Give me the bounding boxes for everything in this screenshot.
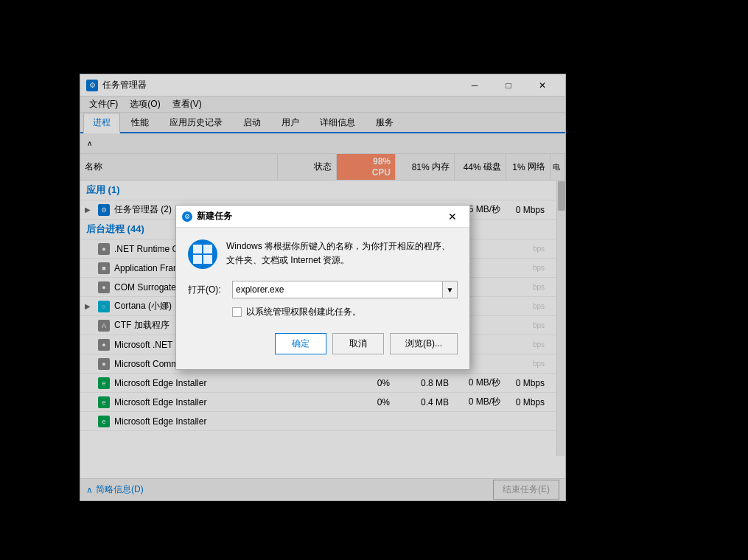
dialog-close-button[interactable]: ✕: [441, 206, 464, 228]
dialog-checkbox-row: 以系统管理权限创建此任务。: [188, 306, 458, 318]
dialog-open-row: 打开(O): ▼: [188, 281, 458, 298]
dialog-body: Windows 将根据你所键入的名称，为你打开相应的程序、 文件夹、文档或 In…: [176, 228, 469, 369]
dialog-open-label: 打开(O):: [188, 284, 232, 296]
dialog-command-input[interactable]: [233, 284, 442, 295]
admin-checkbox[interactable]: [232, 307, 242, 317]
dialog-dropdown-button[interactable]: ▼: [442, 281, 457, 298]
dialog-overlay: ⚙ 新建任务 ✕: [80, 74, 565, 500]
dialog-ok-button[interactable]: 确定: [275, 333, 326, 354]
dialog-system-icon: [188, 239, 217, 269]
svg-rect-1: [203, 245, 212, 253]
dialog-header: Windows 将根据你所键入的名称，为你打开相应的程序、 文件夹、文档或 In…: [188, 239, 458, 269]
dialog-cancel-button[interactable]: 取消: [332, 333, 384, 354]
dialog-browse-button[interactable]: 浏览(B)...: [390, 333, 458, 354]
svg-rect-3: [203, 255, 212, 264]
svg-rect-0: [193, 245, 202, 253]
dialog-footer: 确定 取消 浏览(B)...: [188, 333, 458, 357]
dialog-title-bar: ⚙ 新建任务 ✕: [176, 206, 469, 228]
dialog-description: Windows 将根据你所键入的名称，为你打开相应的程序、 文件夹、文档或 In…: [226, 239, 458, 267]
dialog-title: 新建任务: [197, 210, 441, 223]
svg-rect-2: [193, 255, 202, 264]
task-manager-window: ⚙ 任务管理器 ─ □ ✕ 文件(F) 选项(O) 查看(V) 进程 性能 应用…: [80, 74, 566, 501]
dialog-input-wrap: ▼: [232, 281, 458, 298]
desktop: ⚙ 任务管理器 ─ □ ✕ 文件(F) 选项(O) 查看(V) 进程 性能 应用…: [0, 0, 748, 560]
admin-checkbox-label: 以系统管理权限创建此任务。: [246, 306, 361, 318]
new-task-dialog: ⚙ 新建任务 ✕: [175, 205, 470, 370]
dialog-title-icon: ⚙: [182, 211, 192, 222]
